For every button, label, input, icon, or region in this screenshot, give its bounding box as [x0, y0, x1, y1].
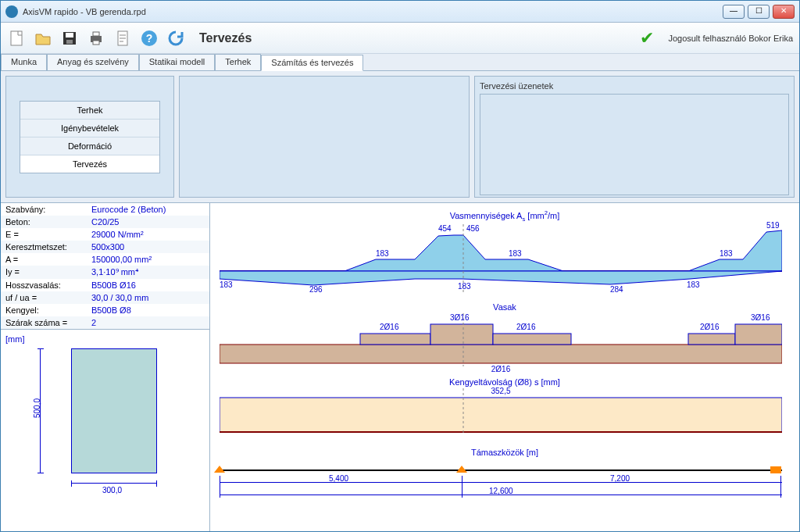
chart3-svg [220, 388, 782, 435]
svg-rect-17 [493, 334, 571, 345]
report-icon[interactable] [113, 29, 132, 48]
chart-reinforcement-area: 183 454 456 183 183 519 183 296 183 284 … [220, 224, 782, 295]
nav-igenybevetelek[interactable]: Igénybevételek [20, 120, 159, 137]
tab-statikai[interactable]: Statikai modell [139, 54, 216, 70]
save-icon[interactable] [60, 29, 79, 48]
app-window: AxisVM rapido - VB gerenda.rpd — ☐ ✕ ? T… [0, 0, 800, 532]
svg-marker-11 [220, 230, 782, 271]
properties-table: Szabvány:Eurocode 2 (Beton) Beton:C20/25… [1, 203, 209, 329]
messages-box [480, 94, 789, 195]
tab-szamitas[interactable]: Számítás és tervezés [261, 55, 363, 71]
refresh-icon[interactable] [166, 29, 185, 48]
chart-stirrup: 352,5 [220, 388, 782, 435]
tab-terhek[interactable]: Terhek [215, 54, 261, 70]
section-unit: [mm] [5, 334, 24, 344]
open-icon[interactable] [34, 29, 52, 48]
svg-rect-19 [735, 324, 782, 345]
svg-rect-0 [11, 31, 22, 45]
new-icon[interactable] [7, 29, 26, 48]
cross-section-view: [mm] 500,0 300,0 [1, 329, 209, 531]
svg-rect-14 [220, 345, 782, 363]
status-ok-icon: ✔ [640, 28, 654, 48]
nav-tervezes[interactable]: Tervezés [20, 155, 159, 173]
svg-rect-15 [360, 334, 430, 345]
user-label: Jogosult felhasználó Bokor Erika [668, 34, 793, 43]
print-icon[interactable] [87, 29, 105, 48]
lower-area: Szabvány:Eurocode 2 (Beton) Beton:C20/25… [1, 202, 799, 531]
nav-panel: Terhek Igénybevételek Deformáció Tervezé… [5, 76, 174, 198]
window-title: AxisVM rapido - VB gerenda.rpd [23, 7, 723, 16]
nav-terhek[interactable]: Terhek [20, 102, 159, 120]
tab-munka[interactable]: Munka [1, 54, 47, 70]
upper-panels: Terhek Igénybevételek Deformáció Tervezé… [1, 71, 799, 202]
chart3-title: Kengyeltávolság (Ø8) s [mm] [220, 377, 790, 387]
svg-rect-5 [93, 32, 99, 36]
mid-panel [179, 76, 470, 198]
dim-height: 500,0 [33, 398, 41, 418]
properties-column: Szabvány:Eurocode 2 (Beton) Beton:C20/25… [1, 203, 210, 531]
svg-text:?: ? [146, 32, 153, 45]
chart2-svg [220, 313, 782, 366]
span-diagram: 5,400 7,200 12,600 [220, 459, 782, 490]
main-tabs: Munka Anyag és szelvény Statikai modell … [1, 54, 799, 71]
dim-horizontal [71, 483, 157, 484]
svg-rect-6 [93, 41, 99, 45]
maximize-button[interactable]: ☐ [748, 5, 770, 19]
chart4-title: Támaszközök [m] [220, 448, 790, 457]
chart1-title: Vasmennyiségek As [mm2/m] [220, 209, 790, 223]
svg-rect-16 [430, 324, 493, 345]
chart-rebar: 2Ø16 3Ø16 2Ø16 2Ø16 3Ø16 2Ø16 [220, 313, 782, 366]
help-icon[interactable]: ? [140, 29, 159, 48]
app-icon [5, 5, 18, 18]
page-heading: Tervezés [199, 31, 632, 45]
svg-rect-21 [220, 398, 782, 432]
close-button[interactable]: ✕ [773, 5, 795, 19]
section-rect [71, 348, 157, 473]
nav-deformacio[interactable]: Deformáció [20, 137, 159, 155]
messages-title: Tervezési üzenetek [480, 81, 789, 91]
tab-anyag[interactable]: Anyag és szelvény [47, 54, 139, 70]
minimize-button[interactable]: — [723, 5, 745, 19]
svg-rect-18 [688, 334, 735, 345]
dim-width: 300,0 [102, 486, 122, 495]
titlebar: AxisVM rapido - VB gerenda.rpd — ☐ ✕ [1, 1, 799, 23]
svg-rect-3 [66, 40, 73, 44]
svg-rect-2 [66, 33, 73, 37]
messages-panel: Tervezési üzenetek [474, 76, 795, 198]
results-area: Vasmennyiségek As [mm2/m] 183 454 456 18… [210, 203, 799, 531]
chart2-title: Vasak [220, 302, 790, 312]
toolbar: ? Tervezés ✔ Jogosult felhasználó Bokor … [1, 23, 799, 54]
